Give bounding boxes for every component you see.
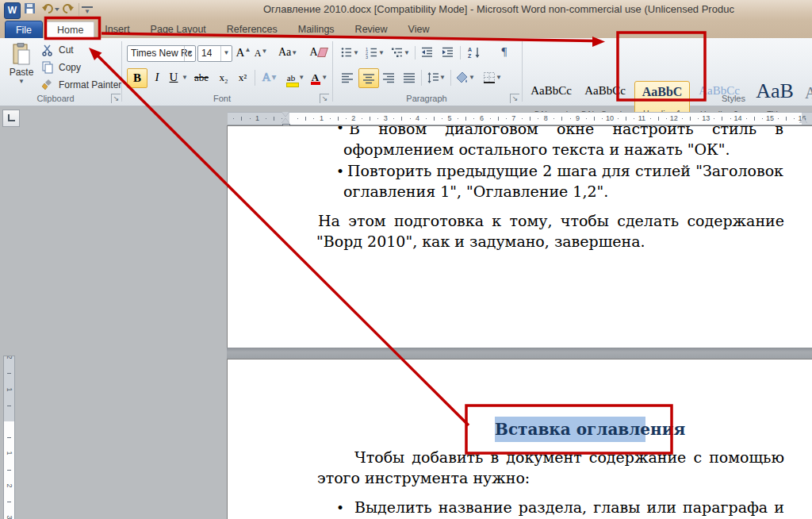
multilevel-list-icon xyxy=(391,46,404,59)
doc-line[interactable]: этого инструмента нужно: xyxy=(317,469,530,487)
grow-font-button[interactable]: A▲ xyxy=(235,44,252,60)
shading-button[interactable]: ▼ xyxy=(454,68,477,86)
justify-button[interactable] xyxy=(400,68,419,86)
ribbon-tabs: Home Insert Page Layout References Maili… xyxy=(46,21,439,38)
word-app-icon[interactable]: W xyxy=(4,2,21,19)
word-window: W ▼ Оглавление 2010.docx [Compatibility … xyxy=(0,0,812,519)
tab-stop-icon xyxy=(8,114,15,121)
subscript-button[interactable]: x₂ xyxy=(214,68,233,86)
tab-insert[interactable]: Insert xyxy=(94,21,140,38)
paste-dropdown-arrow: ▼ xyxy=(18,78,25,85)
align-center-icon xyxy=(362,72,375,85)
underline-button[interactable]: U xyxy=(166,68,182,86)
numbering-button[interactable]: 1 2 3 ▼ xyxy=(363,44,387,60)
cut-button[interactable]: Cut xyxy=(41,43,121,57)
tab-file[interactable]: File xyxy=(5,21,43,40)
line-spacing-button[interactable]: ▼ xyxy=(424,68,448,86)
font-name-combobox[interactable]: Times New Rc ▼ xyxy=(127,45,196,62)
tab-page-layout[interactable]: Page Layout xyxy=(140,21,216,38)
align-left-button[interactable] xyxy=(338,68,357,86)
h-ruler[interactable]: 1234567891011121314151612 xyxy=(228,112,812,125)
text-effects-button[interactable]: A▼ xyxy=(259,68,281,86)
doc-line[interactable]: В новом диалоговом окне настроить стиль … xyxy=(349,125,783,139)
doc-heading[interactable]: Вставка оглавления xyxy=(495,417,645,442)
font-name-dropdown-arrow[interactable]: ▼ xyxy=(184,46,195,61)
font-group-label: Font xyxy=(182,94,262,103)
redo-icon xyxy=(62,2,75,15)
tab-stop-selector[interactable] xyxy=(2,110,20,127)
styles-group-label: Styles xyxy=(694,94,773,103)
doc-line[interactable]: Выделить название раздела, главы или пар… xyxy=(354,498,784,517)
font-size-dropdown-arrow[interactable]: ▼ xyxy=(220,46,232,61)
doc-line[interactable]: Чтобы добавить в документ содержание с п… xyxy=(354,448,784,467)
underline-dropdown-arrow[interactable]: ▼ xyxy=(181,68,189,86)
tab-references[interactable]: References xyxy=(216,21,288,38)
clipboard-group-label: Clipboard xyxy=(16,94,95,103)
strikethrough-button[interactable]: abe xyxy=(190,68,213,86)
copy-button[interactable]: Copy xyxy=(41,60,121,75)
window-title: Оглавление 2010.docx [Compatibility Mode… xyxy=(263,3,810,17)
doc-line[interactable]: На этом подготовка к тому, чтобы сделать… xyxy=(318,212,784,231)
page-2[interactable]: Вставка оглавления Чтобы добавить в доку… xyxy=(227,359,812,519)
paragraph-dialog-launcher[interactable]: ↘ xyxy=(510,94,519,103)
highlight-color-swatch xyxy=(286,83,299,87)
bullets-button[interactable]: ▼ xyxy=(338,44,362,60)
v-ruler[interactable]: 12312 xyxy=(3,356,15,519)
doc-line[interactable]: "Ворд 2010", как и задумано, завершена. xyxy=(316,233,645,251)
borders-button[interactable]: ▼ xyxy=(481,68,504,86)
first-line-indent-marker[interactable] xyxy=(282,112,289,117)
align-left-icon xyxy=(341,71,354,84)
highlight-color-button[interactable]: ab ▼ xyxy=(284,68,308,86)
numbering-icon: 1 2 3 xyxy=(366,46,378,59)
bold-button[interactable]: B xyxy=(127,68,147,88)
clipboard-dialog-launcher[interactable]: ↘ xyxy=(111,94,121,103)
right-indent-marker[interactable] xyxy=(799,117,807,123)
font-color-button[interactable]: A ▼ xyxy=(309,68,330,86)
align-right-button[interactable] xyxy=(379,68,398,86)
undo-icon xyxy=(41,2,60,15)
save-button[interactable] xyxy=(24,2,38,17)
undo-button[interactable] xyxy=(41,2,60,17)
eraser-icon xyxy=(317,48,328,57)
copy-icon xyxy=(41,61,54,74)
page-gap xyxy=(227,348,812,359)
sort-button[interactable]: A Z xyxy=(464,44,485,60)
increase-indent-button[interactable] xyxy=(439,44,458,60)
decrease-indent-button[interactable] xyxy=(418,44,437,60)
paste-button[interactable]: Paste ▼ xyxy=(6,41,36,92)
align-center-button[interactable] xyxy=(358,68,379,88)
shrink-font-button[interactable]: A▼ xyxy=(253,46,269,60)
tab-review[interactable]: Review xyxy=(345,21,398,38)
align-right-icon xyxy=(382,71,395,84)
format-painter-button[interactable]: Format Painter xyxy=(41,78,128,92)
redo-button[interactable] xyxy=(62,2,76,17)
hanging-indent-marker[interactable] xyxy=(282,118,289,123)
paste-icon xyxy=(12,43,31,65)
doc-line[interactable]: Повторить предыдущие 2 шага для стилей "… xyxy=(347,162,783,181)
doc-line[interactable]: оглавления 1", "Оглавление 1,2". xyxy=(343,183,608,201)
multilevel-list-button[interactable]: ▼ xyxy=(389,44,412,60)
italic-button[interactable]: I xyxy=(149,68,165,86)
tab-view[interactable]: View xyxy=(398,21,440,38)
borders-icon xyxy=(483,71,496,84)
doc-line[interactable]: оформлением остального текста и нажать "… xyxy=(343,140,730,159)
page-1[interactable]: • В новом диалоговом окне настроить стил… xyxy=(227,125,812,348)
title-bar: W ▼ Оглавление 2010.docx [Compatibility … xyxy=(0,0,812,21)
selected-heading-highlight[interactable]: Вставка оглавления xyxy=(495,417,645,442)
font-dialog-launcher[interactable]: ↘ xyxy=(320,94,329,103)
shading-icon xyxy=(456,71,469,84)
tab-mailings[interactable]: Mailings xyxy=(288,21,345,38)
svg-text:3: 3 xyxy=(366,55,368,60)
qat-customize-button[interactable]: ▼ xyxy=(82,6,93,16)
sort-icon: A Z xyxy=(467,46,481,59)
clear-formatting-button[interactable]: A xyxy=(308,44,328,60)
save-icon xyxy=(24,2,36,14)
superscript-button[interactable]: x² xyxy=(233,68,252,86)
ribbon: Paste ▼ Cut Copy Format Painter xyxy=(0,38,812,106)
tab-home[interactable]: Home xyxy=(46,21,94,38)
show-hide-pilcrow-button[interactable]: ¶ xyxy=(495,44,514,60)
font-size-combobox[interactable]: 14 ▼ xyxy=(197,45,232,62)
change-case-button[interactable]: Aa▼ xyxy=(276,44,300,60)
paragraph-group-label: Paragraph xyxy=(387,94,466,103)
bullet-glyph: • xyxy=(336,125,344,137)
